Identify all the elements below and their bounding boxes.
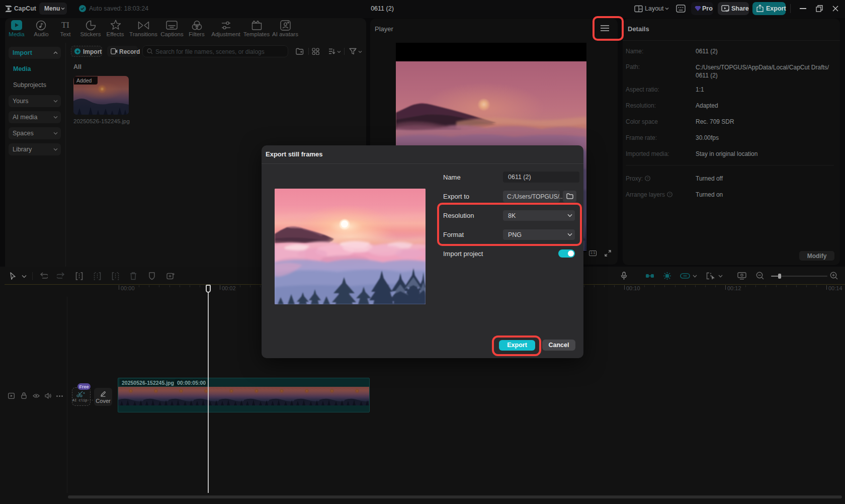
svg-text:?: ? [647,177,649,180]
svg-text:?: ? [669,193,671,196]
